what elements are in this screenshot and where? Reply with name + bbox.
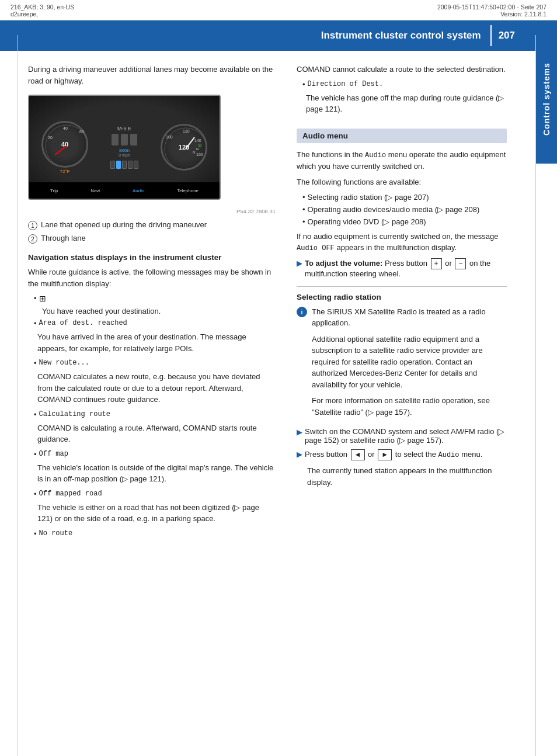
svg-text:160: 160 bbox=[196, 152, 203, 157]
nav-status-intro: While route guidance is active, the foll… bbox=[28, 266, 276, 289]
adjust-volume-label: To adjust the volume: bbox=[305, 259, 382, 268]
bullet-dot-4: • bbox=[34, 410, 37, 419]
left-column: During a driving maneuver additional lan… bbox=[0, 51, 286, 554]
off-mapped-label: Off mapped road bbox=[39, 490, 102, 498]
nav-navi: Navi bbox=[90, 188, 100, 193]
audio-off-text: If no audio equipment is currently switc… bbox=[297, 231, 507, 254]
next-button[interactable]: ► bbox=[378, 449, 392, 460]
arrow-item-1: ▶ Switch on the COMAND system and select… bbox=[297, 427, 507, 445]
page-title: Instrument cluster control system bbox=[321, 30, 481, 41]
sirius-more: For more information on satellite radio … bbox=[312, 395, 507, 418]
area-dest-label: Area of dest. reached bbox=[39, 319, 127, 328]
title-bar: Instrument cluster control system 207 bbox=[0, 20, 557, 51]
nav-audio: Audio bbox=[133, 188, 144, 193]
audio-available-text: The following functions are available: bbox=[297, 176, 507, 188]
bullet-dot-6: • bbox=[34, 490, 37, 498]
off-mapped-text: The vehicle is either on a road that has… bbox=[37, 502, 276, 525]
area-dest-text: You have arrived in the area of your des… bbox=[37, 331, 276, 354]
legend-list: 1 Lane that opened up during the driving… bbox=[28, 220, 276, 244]
header-left-line2: d2ureepe, bbox=[11, 11, 74, 18]
audio-item-1: Selecting radio station (▷ page 207) bbox=[308, 193, 429, 202]
cluster-image: 40 20 60 40 72°F bbox=[28, 95, 221, 200]
calc-route-bullet: • Calculating route bbox=[34, 410, 276, 419]
legend-text-2: Through lane bbox=[41, 234, 86, 242]
legend-text-1: Lane that opened up during the driving m… bbox=[41, 220, 207, 229]
audio-bullet-3: • Operating video DVD (▷ page 208) bbox=[302, 217, 507, 226]
prev-button[interactable]: ◄ bbox=[351, 449, 365, 460]
legend-item-2: 2 Through lane bbox=[28, 234, 276, 244]
plus-button[interactable]: + bbox=[431, 258, 442, 269]
audio-dot-1: • bbox=[302, 193, 305, 202]
left-gauge: 40 20 60 40 bbox=[41, 121, 88, 168]
new-route-text: COMAND calculates a new route, e.g. beca… bbox=[37, 371, 276, 405]
info-icon: i bbox=[297, 307, 307, 317]
lane-2 bbox=[116, 161, 121, 169]
legend-num-2: 2 bbox=[28, 234, 37, 244]
audio-off-mono: Audio OFF bbox=[297, 244, 335, 252]
adjust-volume-item: ▶ To adjust the volume: Press button + o… bbox=[297, 258, 507, 278]
direction-dest-bullet: • Direction of Dest. bbox=[302, 80, 507, 89]
off-map-text: The vehicle's location is outside of the… bbox=[37, 462, 276, 485]
right-border bbox=[535, 35, 536, 756]
svg-text:100: 100 bbox=[166, 135, 173, 139]
audio-menu-mono: Audio bbox=[438, 451, 459, 459]
arrow-icon-1: ▶ bbox=[297, 428, 302, 436]
svg-text:40: 40 bbox=[63, 126, 68, 130]
audio-menu-intro: The functions in the Audio menu operate … bbox=[297, 149, 507, 172]
center-icon-3 bbox=[130, 134, 137, 145]
cluster-nav-bar: Trip Navi Audio Telephone bbox=[29, 182, 220, 199]
arrow-text-1: Switch on the COMAND system and select A… bbox=[305, 427, 507, 445]
minus-button[interactable]: − bbox=[455, 258, 466, 269]
svg-text:R: R bbox=[193, 151, 196, 154]
bullet-dot-5: • bbox=[34, 450, 37, 459]
right-column: COMAND cannot calculate a route to the s… bbox=[286, 51, 537, 554]
bullet-dot-dir: • bbox=[302, 80, 305, 89]
section-divider-radio bbox=[297, 286, 507, 287]
audio-item-2: Operating audio devices/audio media (▷ p… bbox=[308, 205, 480, 214]
audio-item-3: Operating video DVD (▷ page 208) bbox=[308, 217, 426, 226]
header-right-line2: Version: 2.11.8.1 bbox=[437, 11, 546, 18]
center-label: M-5 E bbox=[101, 126, 148, 131]
header-left-line1: 216_AKB; 3; 90, en-US bbox=[11, 4, 74, 11]
calc-route-label: Calculating route bbox=[39, 410, 110, 419]
svg-line-4 bbox=[55, 146, 67, 155]
audio-dot-3: • bbox=[302, 217, 305, 226]
nav-trip: Trip bbox=[50, 188, 58, 193]
sirius-detail: Additional optional satellite radio equi… bbox=[312, 334, 507, 391]
off-map-bullet: • Off map bbox=[34, 450, 276, 459]
header-left: 216_AKB; 3; 90, en-US d2ureepe, bbox=[11, 4, 74, 18]
center-display: M-5 E 800n 0 mph bbox=[101, 126, 148, 169]
calc-route-text: COMAND is calculating a route. Afterward… bbox=[37, 422, 276, 445]
header: 216_AKB; 3; 90, en-US d2ureepe, 2009-05-… bbox=[0, 0, 557, 20]
bullet-dot-2: • bbox=[34, 319, 37, 328]
audio-bullet-1: • Selecting radio station (▷ page 207) bbox=[302, 193, 507, 202]
audio-dot-2: • bbox=[302, 205, 305, 214]
no-route-label: No route bbox=[39, 529, 73, 538]
svg-text:120: 120 bbox=[183, 129, 190, 133]
off-mapped-bullet: • Off mapped road bbox=[34, 490, 276, 498]
bullet-dot-7: • bbox=[34, 529, 37, 538]
direction-dest-text: The vehicle has gone off the map during … bbox=[306, 92, 507, 115]
page-number: 207 bbox=[490, 25, 522, 46]
image-caption: P54.32.7808.31 bbox=[28, 208, 276, 214]
content-wrapper: During a driving maneuver additional lan… bbox=[0, 51, 557, 554]
svg-text:D: D bbox=[199, 143, 201, 147]
lane-5 bbox=[134, 161, 138, 169]
destination-note: You have reached your destination. bbox=[42, 307, 276, 315]
legend-num-1: 1 bbox=[28, 221, 37, 230]
left-border bbox=[18, 35, 18, 756]
right-gauge-svg: 140 100 120 160 R N D bbox=[162, 126, 209, 172]
temp-display: 72°F bbox=[41, 169, 88, 174]
destination-icon: ⊞ bbox=[39, 294, 46, 303]
svg-text:N: N bbox=[196, 147, 199, 151]
new-route-label: New route... bbox=[39, 359, 89, 367]
arrow-text-3: The currently tuned station appears in t… bbox=[307, 465, 507, 488]
new-route-bullet: • New route... bbox=[34, 359, 276, 367]
intro-text: During a driving maneuver additional lan… bbox=[28, 64, 276, 86]
sirius-main: The SIRIUS XM Satellite Radio is treated… bbox=[312, 306, 507, 329]
arrow-icon-volume: ▶ bbox=[297, 259, 302, 268]
selecting-radio-heading: Selecting radio station bbox=[297, 293, 507, 301]
arrow-item-2: ▶ Press button ◄ or ► to select the Audi… bbox=[297, 449, 507, 460]
bullet-dot: • bbox=[34, 294, 37, 303]
area-dest-bullet: • Area of dest. reached bbox=[34, 319, 276, 328]
